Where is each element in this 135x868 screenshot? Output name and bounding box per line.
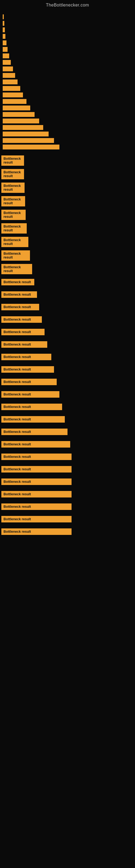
result-entry-10: Bottleneck result xyxy=(0,288,135,301)
bar-fill-18 xyxy=(3,131,49,136)
chart-bar-5 xyxy=(3,47,132,52)
result-label-27: Bottleneck result xyxy=(1,503,72,510)
result-label-11: Bottleneck result xyxy=(1,304,39,310)
chart-area xyxy=(0,9,135,154)
chart-bar-3 xyxy=(3,34,132,39)
result-label-26: Bottleneck result xyxy=(1,491,72,497)
result-label-25: Bottleneck result xyxy=(1,478,72,485)
result-label-1: Bottleneck result xyxy=(1,169,24,179)
bar-fill-4 xyxy=(3,40,6,45)
bar-fill-15 xyxy=(3,112,35,117)
result-entry-4: Bottleneck result xyxy=(0,208,135,222)
bar-fill-8 xyxy=(3,66,13,71)
results-list: Bottleneck resultBottleneck resultBottle… xyxy=(0,154,135,538)
result-label-6: Bottleneck result xyxy=(1,237,28,247)
chart-bar-11 xyxy=(3,86,132,91)
result-label-15: Bottleneck result xyxy=(1,354,51,360)
result-entry-13: Bottleneck result xyxy=(0,326,135,338)
result-entry-11: Bottleneck result xyxy=(0,301,135,313)
bar-fill-5 xyxy=(3,47,8,52)
result-entry-6: Bottleneck result xyxy=(0,235,135,249)
result-entry-17: Bottleneck result xyxy=(0,376,135,388)
bar-fill-7 xyxy=(3,60,11,65)
result-entry-24: Bottleneck result xyxy=(0,463,135,475)
result-entry-29: Bottleneck result xyxy=(0,525,135,538)
result-label-10: Bottleneck result xyxy=(1,291,37,298)
result-entry-21: Bottleneck result xyxy=(0,426,135,438)
result-label-2: Bottleneck result xyxy=(1,183,25,193)
result-label-16: Bottleneck result xyxy=(1,366,54,373)
result-entry-7: Bottleneck result xyxy=(0,249,135,262)
chart-bar-15 xyxy=(3,112,132,117)
result-label-20: Bottleneck result xyxy=(1,416,65,423)
result-entry-8: Bottleneck result xyxy=(0,262,135,276)
chart-bar-2 xyxy=(3,27,132,32)
result-label-24: Bottleneck result xyxy=(1,466,72,472)
result-entry-28: Bottleneck result xyxy=(0,513,135,525)
chart-bar-6 xyxy=(3,54,132,58)
result-entry-26: Bottleneck result xyxy=(0,488,135,500)
bar-fill-11 xyxy=(3,86,20,91)
result-label-28: Bottleneck result xyxy=(1,516,72,522)
chart-bar-12 xyxy=(3,93,132,97)
site-header: TheBottlenecker.com xyxy=(0,0,135,9)
bar-fill-1 xyxy=(3,21,4,26)
result-entry-1: Bottleneck result xyxy=(0,167,135,181)
chart-bar-20 xyxy=(3,145,132,150)
result-label-8: Bottleneck result xyxy=(1,264,32,274)
result-entry-15: Bottleneck result xyxy=(0,351,135,363)
result-entry-14: Bottleneck result xyxy=(0,338,135,351)
chart-bar-1 xyxy=(3,21,132,26)
result-entry-2: Bottleneck result xyxy=(0,181,135,194)
bar-fill-12 xyxy=(3,93,23,97)
result-label-23: Bottleneck result xyxy=(1,454,72,460)
chart-bar-10 xyxy=(3,80,132,84)
chart-bar-7 xyxy=(3,60,132,65)
result-label-7: Bottleneck result xyxy=(1,250,30,261)
result-entry-27: Bottleneck result xyxy=(0,500,135,513)
chart-bar-17 xyxy=(3,125,132,130)
result-label-17: Bottleneck result xyxy=(1,379,57,385)
result-entry-25: Bottleneck result xyxy=(0,475,135,488)
result-entry-12: Bottleneck result xyxy=(0,313,135,326)
result-entry-9: Bottleneck result xyxy=(0,276,135,288)
result-entry-5: Bottleneck result xyxy=(0,222,135,235)
bar-fill-20 xyxy=(3,145,59,150)
bar-fill-3 xyxy=(3,34,5,39)
bar-fill-16 xyxy=(3,119,39,123)
result-label-0: Bottleneck result xyxy=(1,155,24,166)
bar-fill-0 xyxy=(3,14,4,19)
result-label-4: Bottleneck result xyxy=(1,210,26,220)
result-label-19: Bottleneck result xyxy=(1,404,62,410)
site-title: TheBottlenecker.com xyxy=(0,0,135,9)
chart-bar-0 xyxy=(3,14,132,19)
result-entry-0: Bottleneck result xyxy=(0,154,135,167)
bar-fill-2 xyxy=(3,27,5,32)
chart-bar-16 xyxy=(3,119,132,123)
result-label-29: Bottleneck result xyxy=(1,528,72,535)
bar-fill-17 xyxy=(3,125,43,130)
result-entry-22: Bottleneck result xyxy=(0,438,135,451)
result-label-12: Bottleneck result xyxy=(1,316,42,323)
chart-bar-4 xyxy=(3,40,132,45)
chart-bar-14 xyxy=(3,105,132,111)
chart-bar-19 xyxy=(3,138,132,143)
chart-bar-8 xyxy=(3,66,132,71)
bar-fill-14 xyxy=(3,105,30,111)
result-entry-19: Bottleneck result xyxy=(0,401,135,413)
bar-fill-13 xyxy=(3,99,27,104)
result-label-21: Bottleneck result xyxy=(1,429,68,435)
result-label-3: Bottleneck result xyxy=(1,196,25,207)
result-entry-3: Bottleneck result xyxy=(0,194,135,208)
result-label-9: Bottleneck result xyxy=(1,279,34,285)
bar-fill-9 xyxy=(3,73,15,78)
chart-bar-13 xyxy=(3,99,132,104)
bar-fill-6 xyxy=(3,54,9,58)
result-label-5: Bottleneck result xyxy=(1,223,27,234)
result-entry-16: Bottleneck result xyxy=(0,363,135,376)
chart-bar-9 xyxy=(3,73,132,78)
bar-fill-19 xyxy=(3,138,54,143)
bar-fill-10 xyxy=(3,80,17,84)
result-label-14: Bottleneck result xyxy=(1,341,47,348)
result-entry-20: Bottleneck result xyxy=(0,413,135,426)
